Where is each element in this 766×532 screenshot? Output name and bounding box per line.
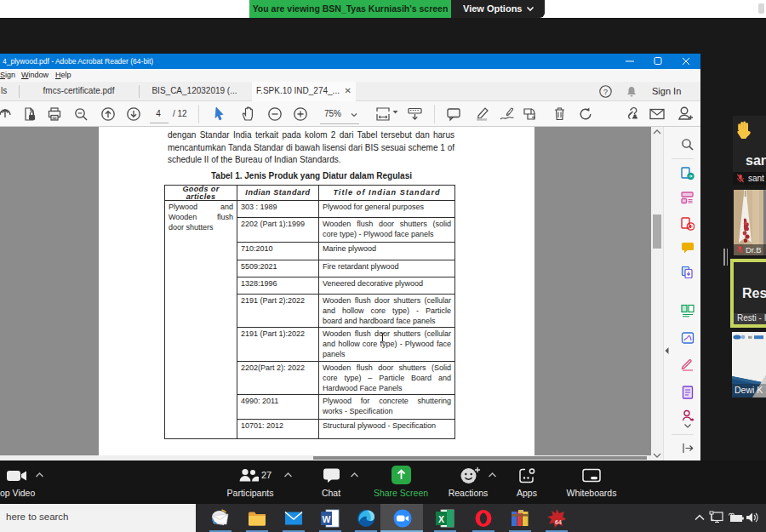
- svg-text:?: ?: [603, 88, 608, 96]
- svg-text:W: W: [323, 514, 331, 524]
- svg-text:64: 64: [555, 519, 562, 525]
- svg-text:X: X: [438, 514, 444, 524]
